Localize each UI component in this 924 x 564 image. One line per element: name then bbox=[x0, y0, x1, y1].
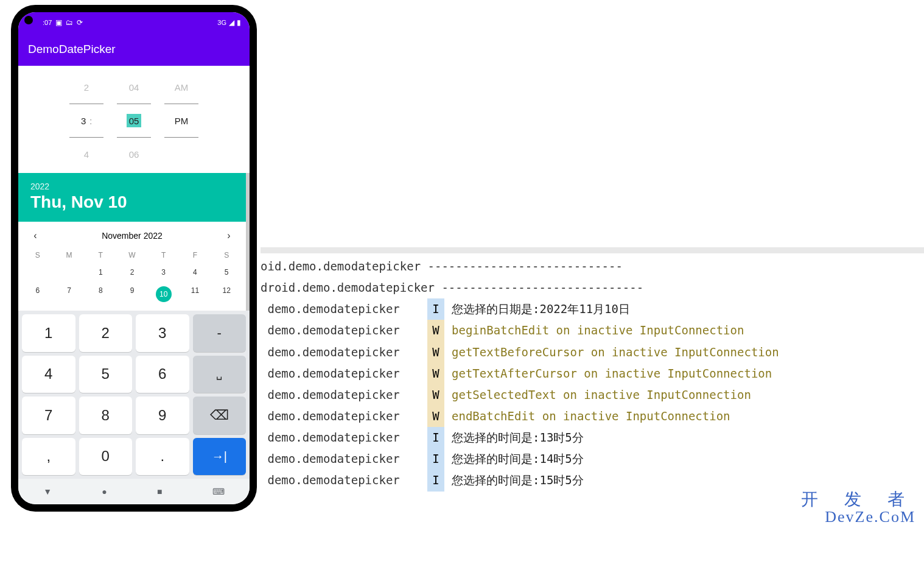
calendar-day[interactable]: 1 bbox=[85, 263, 116, 281]
key-1[interactable]: 1 bbox=[22, 314, 75, 352]
status-network: 3G bbox=[217, 19, 226, 26]
hour-selected[interactable]: 3 bbox=[81, 114, 86, 127]
key-enter[interactable]: →| bbox=[193, 438, 247, 476]
calendar-day[interactable]: 12 bbox=[211, 281, 242, 307]
logcat-panel[interactable]: oid.demo.demodatepicker ----------------… bbox=[261, 247, 924, 492]
log-level-badge: W bbox=[427, 320, 444, 341]
minute-prev[interactable]: 04 bbox=[129, 80, 139, 94]
calendar-day[interactable]: 6 bbox=[22, 281, 54, 307]
status-time: :07 bbox=[43, 19, 52, 26]
log-message: 您选择的时间是:14时5分 bbox=[452, 448, 584, 470]
log-package: demo.demodatepicker bbox=[261, 342, 425, 363]
log-row[interactable]: demo.demodatepickerI您选择的时间是:14时5分 bbox=[261, 448, 924, 470]
minute-next[interactable]: 06 bbox=[129, 147, 139, 161]
signal-icon: ◢ bbox=[229, 18, 234, 27]
calendar-dow: T bbox=[85, 247, 116, 263]
key-7[interactable]: 7 bbox=[22, 397, 75, 434]
time-picker-minute[interactable]: 04 05 06 bbox=[116, 80, 152, 161]
log-row[interactable]: demo.demodatepickerWbeginBatchEdit on in… bbox=[261, 320, 924, 341]
key-period[interactable]: . bbox=[136, 438, 189, 476]
key-4[interactable]: 4 bbox=[22, 356, 75, 393]
log-message: 您选择的日期是:2022年11月10日 bbox=[452, 298, 630, 320]
next-month-button[interactable]: › bbox=[223, 230, 235, 241]
calendar-day[interactable]: 5 bbox=[211, 263, 242, 281]
calendar-day[interactable]: 3 bbox=[148, 263, 180, 281]
log-message: getTextAfterCursor on inactive InputConn… bbox=[452, 363, 772, 384]
key-comma[interactable]: , bbox=[22, 438, 75, 476]
calendar-dow: F bbox=[180, 247, 211, 263]
calendar-day[interactable]: 11 bbox=[180, 281, 211, 307]
nav-back-button[interactable]: ▼ bbox=[43, 487, 52, 496]
log-row[interactable]: demo.demodatepickerI您选择的时间是:13时5分 bbox=[261, 427, 924, 448]
time-colon: : bbox=[89, 116, 92, 126]
calendar-dow: M bbox=[54, 247, 85, 263]
log-row[interactable]: demo.demodatepickerWgetTextAfterCursor o… bbox=[261, 363, 924, 384]
minute-selected[interactable]: 05 bbox=[127, 114, 142, 127]
android-nav-bar: ▼ ● ■ ⌨ bbox=[18, 479, 250, 504]
key-backspace[interactable]: ⌫ bbox=[193, 397, 247, 434]
log-message: getTextBeforeCursor on inactive InputCon… bbox=[452, 342, 779, 363]
calendar-month-label[interactable]: November 2022 bbox=[102, 231, 163, 241]
nav-recent-button[interactable]: ■ bbox=[157, 487, 162, 496]
hour-prev[interactable]: 2 bbox=[84, 80, 89, 94]
key-6[interactable]: 6 bbox=[136, 356, 189, 393]
calendar-dow: S bbox=[22, 247, 54, 263]
numeric-keyboard: 1 2 3 - 4 5 6 ␣ 7 8 9 ⌫ , 0 . →| bbox=[18, 311, 250, 479]
log-row[interactable]: demo.demodatepickerI您选择的时间是:15时5分 bbox=[261, 470, 924, 491]
calendar-day[interactable]: 4 bbox=[180, 263, 211, 281]
log-level-badge: W bbox=[427, 342, 444, 363]
log-message: endBatchEdit on inactive InputConnection bbox=[452, 406, 730, 427]
calendar-nav: ‹ November 2022 › bbox=[22, 228, 242, 247]
log-level-badge: I bbox=[427, 448, 444, 470]
time-picker[interactable]: 2 3 : 4 04 05 06 AM PM bbox=[18, 66, 250, 173]
key-minus[interactable]: - bbox=[193, 314, 247, 352]
log-package: demo.demodatepicker bbox=[261, 470, 425, 491]
log-level-badge: W bbox=[427, 363, 444, 384]
log-package: demo.demodatepicker bbox=[261, 427, 425, 448]
ampm-prev[interactable]: AM bbox=[175, 80, 189, 94]
status-icon: ⟳ bbox=[77, 18, 83, 27]
phone-frame: :07 ▣ 🗂 ⟳ 3G ◢ ▮ DemoDatePicker 2 3 : bbox=[11, 5, 257, 512]
calendar-day[interactable]: 10 bbox=[148, 281, 180, 307]
watermark-bot: DevZe.CoM bbox=[801, 509, 915, 526]
calendar-year[interactable]: 2022 bbox=[30, 182, 234, 191]
nav-home-button[interactable]: ● bbox=[102, 487, 107, 496]
log-row[interactable]: demo.demodatepickerWgetTextBeforeCursor … bbox=[261, 342, 924, 363]
key-9[interactable]: 9 bbox=[136, 397, 189, 434]
key-0[interactable]: 0 bbox=[79, 438, 133, 476]
time-picker-ampm[interactable]: AM PM bbox=[163, 80, 200, 161]
key-2[interactable]: 2 bbox=[79, 314, 133, 352]
log-row[interactable]: demo.demodatepickerWendBatchEdit on inac… bbox=[261, 406, 924, 427]
key-8[interactable]: 8 bbox=[79, 397, 133, 434]
calendar-day[interactable]: 8 bbox=[85, 281, 116, 307]
log-package: demo.demodatepicker bbox=[261, 298, 425, 320]
key-space[interactable]: ␣ bbox=[193, 356, 247, 393]
prev-month-button[interactable]: ‹ bbox=[29, 230, 41, 241]
calendar-grid: SMTWTFS123456789101112 bbox=[22, 247, 242, 307]
status-bar: :07 ▣ 🗂 ⟳ 3G ◢ ▮ bbox=[18, 12, 250, 33]
status-icon: ▣ bbox=[55, 18, 62, 27]
calendar-day[interactable]: 7 bbox=[54, 281, 85, 307]
hour-next[interactable]: 4 bbox=[84, 147, 89, 161]
watermark: 开 发 者 DevZe.CoM bbox=[801, 490, 915, 526]
key-3[interactable]: 3 bbox=[136, 314, 189, 352]
log-message: beginBatchEdit on inactive InputConnecti… bbox=[452, 320, 744, 341]
watermark-top: 开 发 者 bbox=[801, 490, 915, 509]
time-picker-hour[interactable]: 2 3 : 4 bbox=[68, 80, 105, 161]
nav-keyboard-button[interactable]: ⌨ bbox=[212, 487, 225, 496]
calendar-dow: S bbox=[211, 247, 242, 263]
key-5[interactable]: 5 bbox=[79, 356, 133, 393]
log-message: getSelectedText on inactive InputConnect… bbox=[452, 384, 751, 406]
status-icon: 🗂 bbox=[66, 18, 73, 27]
log-row[interactable]: demo.demodatepickerWgetSelectedText on i… bbox=[261, 384, 924, 406]
log-message: 您选择的时间是:13时5分 bbox=[452, 427, 584, 448]
app-bar: DemoDatePicker bbox=[18, 33, 250, 66]
log-package: demo.demodatepicker bbox=[261, 406, 425, 427]
calendar-day[interactable]: 2 bbox=[116, 263, 148, 281]
calendar-date-label[interactable]: Thu, Nov 10 bbox=[30, 192, 234, 212]
phone-screen: :07 ▣ 🗂 ⟳ 3G ◢ ▮ DemoDatePicker 2 3 : bbox=[18, 12, 250, 504]
log-row[interactable]: demo.demodatepickerI您选择的日期是:2022年11月10日 bbox=[261, 298, 924, 320]
calendar-day[interactable]: 9 bbox=[116, 281, 148, 307]
calendar-body: ‹ November 2022 › SMTWTFS123456789101112 bbox=[18, 222, 250, 311]
ampm-selected[interactable]: PM bbox=[175, 114, 189, 127]
